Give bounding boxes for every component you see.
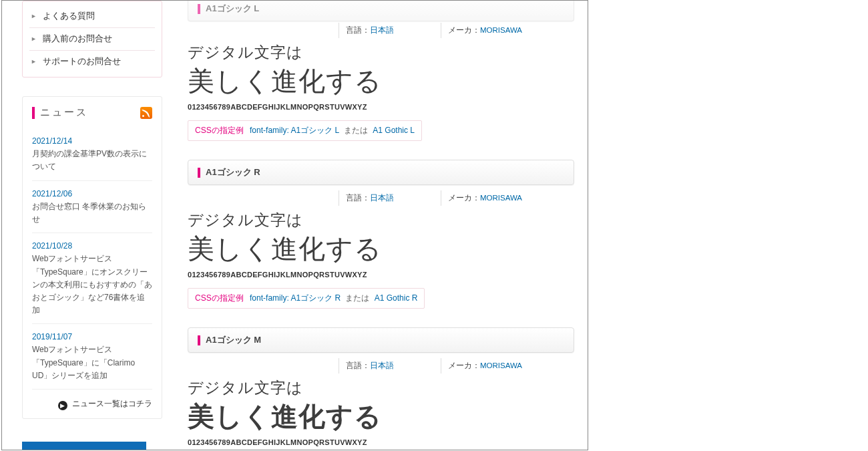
css-label: CSSの指定例 xyxy=(195,293,244,303)
meta-label: 言語： xyxy=(346,194,370,202)
news-more-label: ニュース一覧はコチラ xyxy=(72,400,152,408)
nav-label: よくある質問 xyxy=(43,11,95,21)
meta-label: メーカ： xyxy=(448,26,480,34)
font-name: A1ゴシック L xyxy=(206,3,259,15)
css-label: CSSの指定例 xyxy=(195,126,244,135)
news-text: Webフォントサービス「TypeSquare」にオンスクリーンの本文利用にもおす… xyxy=(32,253,152,317)
news-text: お問合せ窓口 冬季休業のお知らせ xyxy=(32,200,152,226)
news-item[interactable]: 2019/11/07 Webフォントサービス「TypeSquare」に「Clar… xyxy=(32,324,152,390)
meta-value: 日本語 xyxy=(370,194,394,202)
font-list: A1ゴシック L 言語：日本語 メーカ：MORISAWA デジタル文字は 美しく… xyxy=(162,1,574,450)
css-code-en: A1 Gothic R xyxy=(375,293,418,303)
font-name: A1ゴシック R xyxy=(206,166,260,178)
sample-text-1: デジタル文字は xyxy=(188,378,574,398)
css-or: または xyxy=(344,126,368,135)
meta-value: MORISAWA xyxy=(480,26,522,34)
font-card-header: A1ゴシック M xyxy=(188,327,574,353)
news-date: 2019/11/07 xyxy=(32,331,152,343)
rss-icon[interactable] xyxy=(140,107,152,119)
arrow-right-circle-icon: ▶ xyxy=(58,401,67,410)
font-maker: メーカ：MORISAWA xyxy=(441,23,529,38)
bullet-icon: ► xyxy=(31,58,37,65)
font-lang: 言語：日本語 xyxy=(339,23,401,38)
nav-label: サポートのお問合せ xyxy=(43,57,121,66)
meta-value: 日本語 xyxy=(370,361,394,369)
news-item[interactable]: 2021/10/28 Webフォントサービス「TypeSquare」にオンスクリ… xyxy=(32,233,152,324)
font-maker: メーカ：MORISAWA xyxy=(441,190,529,206)
font-maker: メーカ：MORISAWA xyxy=(441,358,529,373)
sample-text-1: デジタル文字は xyxy=(188,42,574,63)
font-card: A1ゴシック R 言語：日本語 メーカ：MORISAWA デジタル文字は 美しく… xyxy=(188,160,574,309)
font-card: A1ゴシック M 言語：日本語 メーカ：MORISAWA デジタル文字は 美しく… xyxy=(188,327,574,446)
meta-label: メーカ： xyxy=(448,361,480,369)
font-lang: 言語：日本語 xyxy=(339,190,401,206)
font-lang: 言語：日本語 xyxy=(339,358,401,373)
css-or: または xyxy=(345,293,369,303)
accent-bar xyxy=(198,168,200,178)
news-item[interactable]: 2021/12/06 お問合せ窓口 冬季休業のお知らせ xyxy=(32,181,152,234)
news-item[interactable]: 2021/12/14 月契約の課金基準PV数の表示について xyxy=(32,128,152,181)
font-name: A1ゴシック M xyxy=(206,334,261,346)
sample-text-2: 美しく進化する xyxy=(188,231,574,267)
nav-support[interactable]: ► サポートのお問合せ xyxy=(29,51,155,73)
news-box: ニュース 2021/12/14 月契約の課金基準PV数の表示について 2021/… xyxy=(22,96,162,419)
nav-presales[interactable]: ► 購入前のお問合せ xyxy=(29,28,155,51)
sample-alnum: 0123456789ABCDEFGHIJKLMNOPQRSTUVWXYZ xyxy=(188,103,574,111)
meta-value: MORISAWA xyxy=(480,194,522,202)
sample-text-1: デジタル文字は xyxy=(188,210,574,231)
footer-banner[interactable] xyxy=(22,442,146,450)
css-code-jp: font-family: A1ゴシック R xyxy=(250,293,341,303)
accent-bar xyxy=(32,107,35,119)
bullet-icon: ► xyxy=(31,13,37,19)
nav-label: 購入前のお問合せ xyxy=(43,34,112,43)
accent-bar xyxy=(198,4,200,14)
window-frame: ► よくある質問 ► 購入前のお問合せ ► サポートのお問合せ ニュース xyxy=(1,0,588,450)
bullet-icon: ► xyxy=(31,35,37,42)
meta-label: 言語： xyxy=(346,361,370,369)
css-example: CSSの指定例 font-family: A1ゴシック R または A1 Got… xyxy=(188,288,425,309)
news-date: 2021/12/14 xyxy=(32,135,152,148)
sample-text-2: 美しく進化する xyxy=(188,63,574,99)
meta-value: MORISAWA xyxy=(480,361,522,369)
sidebar: ► よくある質問 ► 購入前のお問合せ ► サポートのお問合せ ニュース xyxy=(22,1,162,450)
accent-bar xyxy=(198,335,200,345)
sample-alnum: 0123456789ABCDEFGHIJKLMNOPQRSTUVWXYZ xyxy=(188,271,574,279)
sample-text-2: 美しく進化する xyxy=(188,398,574,434)
font-card-header: A1ゴシック R xyxy=(188,160,574,185)
news-date: 2021/10/28 xyxy=(32,240,152,253)
css-code-jp: font-family: A1ゴシック L xyxy=(250,126,339,135)
news-date: 2021/12/06 xyxy=(32,188,152,200)
news-more-link[interactable]: ▶ ニュース一覧はコチラ xyxy=(32,390,152,410)
meta-label: 言語： xyxy=(346,26,370,34)
news-heading: ニュース xyxy=(40,106,88,119)
meta-label: メーカ： xyxy=(448,194,480,202)
font-card: A1ゴシック L 言語：日本語 メーカ：MORISAWA デジタル文字は 美しく… xyxy=(188,0,574,141)
news-text: Webフォントサービス「TypeSquare」に「Clarimo UD」シリーズ… xyxy=(32,343,152,382)
sample-alnum: 0123456789ABCDEFGHIJKLMNOPQRSTUVWXYZ xyxy=(188,438,574,446)
news-text: 月契約の課金基準PV数の表示について xyxy=(32,148,152,173)
support-nav: ► よくある質問 ► 購入前のお問合せ ► サポートのお問合せ xyxy=(22,1,162,78)
font-card-header: A1ゴシック L xyxy=(188,0,574,21)
css-code-en: A1 Gothic L xyxy=(373,126,415,135)
nav-faq[interactable]: ► よくある質問 xyxy=(29,5,155,28)
meta-value: 日本語 xyxy=(370,26,394,34)
css-example: CSSの指定例 font-family: A1ゴシック L または A1 Got… xyxy=(188,120,422,141)
